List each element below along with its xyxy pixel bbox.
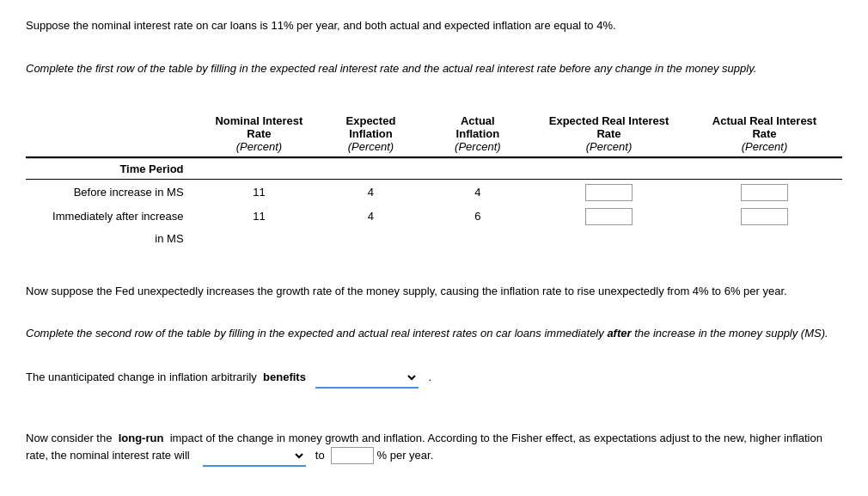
fisher-percent-input[interactable] (331, 447, 374, 464)
row2-act-real-input-cell (687, 205, 842, 229)
col-nominal-sub (201, 159, 318, 180)
unanticipated-text1: The unanticipated change in inflation ar… (26, 370, 257, 383)
fisher-to: to (315, 449, 325, 462)
row2-exp-inflation: 4 (317, 205, 424, 229)
row1-period: Before increase in MS (26, 181, 201, 205)
instruction2: Complete the second row of the table by … (26, 325, 842, 342)
table-row: Before increase in MS 11 4 4 (26, 181, 842, 205)
instruction1: Complete the first row of the table by f… (26, 60, 842, 77)
fisher-rate-select[interactable]: rise fall remain unchanged (203, 446, 306, 465)
interest-rate-table: Nominal Interest Rate (Percent) Expected… (26, 111, 842, 248)
row1-exp-real-input[interactable] (585, 184, 633, 201)
unanticipated-bold: benefits (263, 370, 306, 383)
fisher-text1: Now consider the (26, 432, 112, 444)
row2-act-inflation: 6 (425, 205, 531, 229)
fisher-percent-label: % per year. (377, 449, 434, 462)
col-expected-inflation-header: Expected Inflation (Percent) (324, 114, 417, 153)
row2-period2: in MS (26, 229, 201, 248)
row2-exp-real-input-cell (531, 205, 687, 229)
fisher-bold1: long-run (119, 432, 164, 444)
table-row: Immediately after increase 11 4 6 (26, 205, 842, 229)
row1-nominal: 11 (201, 181, 318, 205)
row2-nominal: 11 (201, 205, 318, 229)
row2-period1: Immediately after increase (26, 205, 201, 229)
instruction2-part2: the increase in the money supply (MS). (634, 327, 828, 340)
row2-exp-real-input[interactable] (585, 208, 633, 225)
fisher-percent-wrapper (331, 447, 374, 464)
table-row-sub: in MS (26, 229, 842, 248)
col-exp-inf-sub (317, 159, 424, 180)
col-act-inf-sub (425, 159, 531, 180)
col-act-real-sub (687, 159, 842, 180)
unanticipated-select-wrapper: borrowers lenders neither borrowers nor … (315, 368, 419, 389)
row1-exp-real-input-cell (531, 181, 687, 205)
col-actual-inflation-header: Actual Inflation (Percent) (431, 114, 524, 153)
row1-exp-inflation: 4 (317, 181, 424, 205)
unanticipated-line: The unanticipated change in inflation ar… (26, 368, 842, 389)
row1-act-inflation: 4 (425, 181, 531, 205)
col-actual-real-header: Actual Real Interest Rate (Percent) (694, 114, 835, 153)
fisher-rate-select-wrapper: rise fall remain unchanged (203, 446, 306, 467)
row2-act-real-input[interactable] (741, 208, 788, 225)
time-period-header: Time Period (26, 159, 201, 180)
instruction2-part1: Complete the second row of the table by … (26, 327, 604, 340)
fisher-line: Now consider the long-run impact of the … (26, 430, 842, 468)
col-expected-real-header: Expected Real Interest Rate (Percent) (538, 114, 680, 153)
col-nominal-header: Nominal Interest Rate (Percent) (208, 114, 311, 153)
row1-act-real-input-cell (687, 181, 842, 205)
intro-text: Suppose the nominal interest rate on car… (26, 17, 842, 34)
col-exp-real-sub (531, 159, 687, 180)
fed-text: Now suppose the Fed unexpectedly increas… (26, 283, 842, 300)
instruction2-bold: after (607, 327, 631, 340)
row1-act-real-input[interactable] (741, 184, 788, 201)
unanticipated-select[interactable]: borrowers lenders neither borrowers nor … (315, 368, 419, 387)
